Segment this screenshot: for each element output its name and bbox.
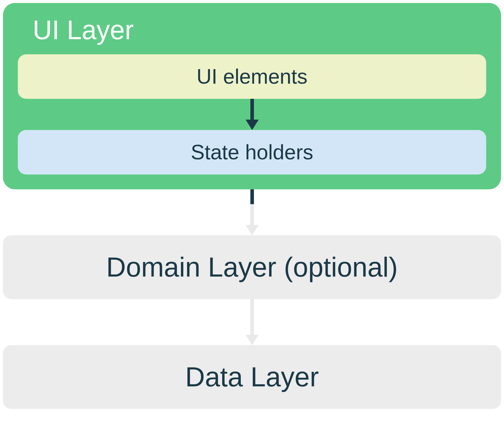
domain-layer-box: Domain Layer (optional): [3, 235, 501, 299]
svg-marker-4: [246, 225, 259, 235]
arrow-down-icon: [243, 99, 261, 130]
ui-elements-box: UI elements: [18, 54, 486, 99]
arrow-down-icon: [243, 299, 261, 345]
ui-layer-container: UI Layer UI elements State holders: [3, 3, 501, 189]
data-layer-box: Data Layer: [3, 345, 501, 409]
svg-marker-6: [246, 335, 259, 345]
arrow-domain-layer-to-data-layer: [243, 299, 261, 345]
architecture-diagram: UI Layer UI elements State holders Domai…: [3, 3, 501, 409]
arrow-down-icon: [243, 189, 261, 235]
svg-marker-1: [246, 120, 259, 130]
arrow-ui-elements-to-state-holders: [18, 99, 486, 130]
ui-layer-title: UI Layer: [33, 15, 486, 45]
state-holders-box: State holders: [18, 130, 486, 174]
arrow-ui-layer-to-domain-layer: [243, 189, 261, 235]
